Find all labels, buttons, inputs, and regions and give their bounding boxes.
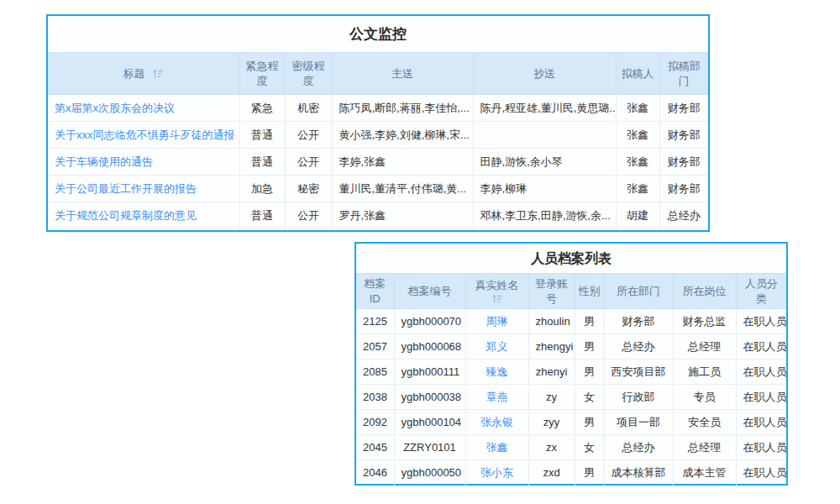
cell: 2125 [356,309,394,334]
cell: zhenyi [528,360,575,385]
person-name-link[interactable]: 张永银 [480,416,513,428]
cell: 财务部 [659,176,708,202]
cell: 张永银 [465,410,528,435]
cell: 女 [575,435,604,460]
cell: 财务部 [604,309,673,334]
cell: zyy [528,410,575,435]
cell: 在职人员 [736,410,786,435]
cell: 总经理 [673,435,736,460]
cell: 秘密 [285,176,332,202]
cell: 关于xxx同志临危不惧勇斗歹徒的通报 [48,122,239,149]
column-header-label: 档案ID [364,277,386,305]
column-header: 密级程度 [285,53,332,95]
cell: ygbh000070 [394,309,465,334]
column-header: 抄送 [473,53,616,95]
table-row: 关于公司最近工作开展的报告加急秘密董川民,董清平,付伟璐,黄...李婷,柳琳张鑫… [48,176,708,202]
doc-title-link[interactable]: 关于车辆使用的通告 [55,155,153,168]
column-header-label: 人员分类 [745,277,778,305]
doc-title-link[interactable]: 关于xxx同志临危不惧勇斗歹徒的通报 [55,129,235,141]
doc-title-link[interactable]: 关于规范公司规章制度的意见 [55,209,197,222]
cell: 总经办 [604,334,673,360]
doc-monitor-panel: 公文监控 标题 紧急程度密级程度主送抄送拟稿人拟稿部门 第x届第x次股东会的决议… [46,14,710,232]
cell: zhengyi [528,334,575,360]
cell: 安全员 [673,410,736,435]
cell: 2085 [356,360,394,385]
cell: 李婷,张鑫 [332,149,473,176]
cell: 2045 [356,435,394,460]
cell: ZZRY0101 [394,435,465,460]
personnel-archive-panel: 人员档案列表 档案ID档案编号真实姓名 登录账号性别所在部门所在岗位人员分类 2… [354,242,788,486]
cell: 总经理 [673,334,736,360]
person-name-link[interactable]: 张鑫 [486,441,508,454]
cell: 在职人员 [736,435,786,460]
cell: ygbh000068 [394,334,465,360]
column-header: 性别 [575,274,604,309]
table-row: 2046ygbh000050张小东zxd男成本核算部成本主管在职人员 [356,460,786,486]
doc-monitor-table: 标题 紧急程度密级程度主送抄送拟稿人拟稿部门 第x届第x次股东会的决议紧急机密陈… [48,52,708,229]
column-header-label: 档案编号 [408,285,452,297]
column-header-label: 所在岗位 [683,285,727,297]
cell: 财务部 [659,95,708,122]
cell: 关于规范公司规章制度的意见 [48,202,239,229]
cell: 总经办 [604,435,673,460]
cell: 胡建 [616,202,659,229]
cell: zhoulin [528,309,575,334]
person-name-link[interactable]: 郑义 [486,340,508,353]
table-row: 2057ygbh000068郑义zhengyi男总经办总经理在职人员 [356,334,786,360]
cell: 机密 [285,95,332,122]
cell: 章燕 [465,385,528,410]
table-row: 2125ygbh000070周琳zhoulin男财务部财务总监在职人员 [356,309,786,334]
cell: 财务总监 [673,309,736,334]
cell: ygbh000038 [394,385,465,410]
doc-title-link[interactable]: 关于公司最近工作开展的报告 [55,182,197,195]
cell: 公开 [285,149,332,176]
table-row: 2045ZZRY0101张鑫zx女总经办总经理在职人员 [356,435,786,460]
column-header[interactable]: 真实姓名 [465,274,528,309]
doc-monitor-title: 公文监控 [48,16,708,52]
table-row: 关于车辆使用的通告普通公开李婷,张鑫田静,游恢,余小琴张鑫财务部 [48,149,708,176]
cell: 普通 [239,149,285,176]
cell: 董川民,董清平,付伟璐,黄... [332,176,473,202]
cell: ygbh000111 [394,360,465,385]
cell: 男 [575,334,604,360]
sort-icon [152,69,164,79]
table-row: 2085ygbh000111臻逸zhenyi男西安项目部施工员在职人员 [356,360,786,385]
table-row: 第x届第x次股东会的决议紧急机密陈巧凤,断郎,蒋丽,李佳怡,...陈丹,程亚雄,… [48,95,708,122]
table-row: 2038ygbh000038章燕zy女行政部专员在职人员 [356,385,786,410]
cell: 施工员 [673,360,736,385]
doc-title-link[interactable]: 第x届第x次股东会的决议 [55,102,175,114]
person-name-link[interactable]: 周琳 [486,315,508,328]
cell: 田静,游恢,余小琴 [473,149,616,176]
column-header-label: 标题 [123,67,144,80]
cell: 专员 [673,385,736,410]
cell: 公开 [285,122,332,149]
column-header-label: 登录账号 [535,277,568,305]
column-header-label: 抄送 [533,67,555,80]
cell [473,122,616,149]
cell: 李婷,柳琳 [473,176,616,202]
column-header-label: 密级程度 [292,60,325,87]
cell: 在职人员 [736,460,786,486]
person-name-link[interactable]: 张小东 [480,466,513,479]
cell: 臻逸 [465,360,528,385]
column-header-label: 拟稿部门 [668,60,701,87]
cell: 在职人员 [736,385,786,410]
cell: 张鑫 [616,176,659,202]
cell: 张鑫 [616,122,659,149]
column-header-label: 紧急程度 [246,60,279,87]
cell: 普通 [239,122,285,149]
cell: 2046 [356,460,394,486]
cell: 张小东 [465,460,528,486]
cell: 2092 [356,410,394,435]
cell: 财务部 [659,149,708,176]
personnel-archive-title: 人员档案列表 [356,244,786,273]
sort-icon [491,294,503,304]
person-name-link[interactable]: 章燕 [486,391,508,403]
column-header[interactable]: 标题 [48,53,239,95]
cell: 在职人员 [736,309,786,334]
cell: ygbh000104 [394,410,465,435]
person-name-link[interactable]: 臻逸 [486,365,508,378]
cell: 女 [575,385,604,410]
cell: 在职人员 [736,360,786,385]
cell: 普通 [239,202,285,229]
